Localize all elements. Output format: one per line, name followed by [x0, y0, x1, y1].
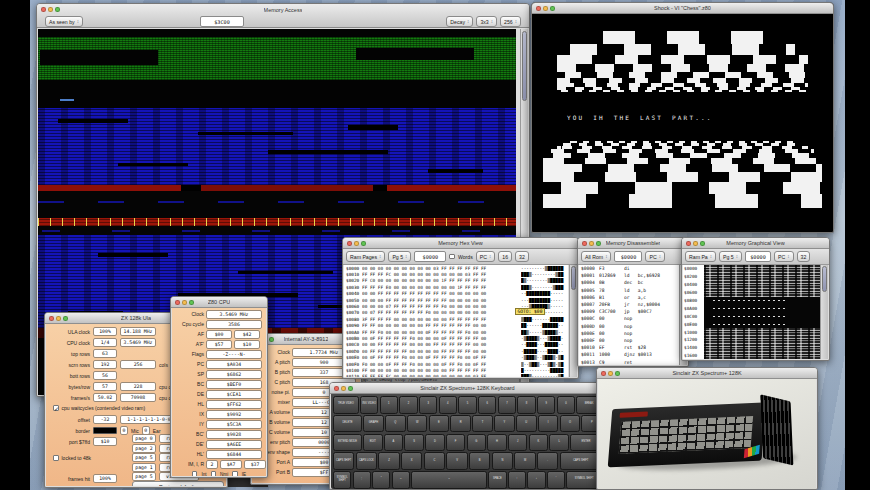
- ie-checkbox[interactable]: [232, 471, 238, 476]
- ula-value-field[interactable]: 56: [93, 371, 117, 380]
- keyboard-key[interactable]: 1: [380, 396, 398, 414]
- border-color-swatch[interactable]: [93, 427, 117, 434]
- keyboard-key[interactable]: 6: [478, 396, 496, 414]
- close-icon[interactable]: [334, 386, 339, 391]
- window-controls[interactable]: [536, 6, 555, 11]
- width-32-button[interactable]: 32: [515, 251, 529, 262]
- keyboard-key[interactable]: M: [514, 452, 535, 470]
- keyboard-key[interactable]: Q: [385, 415, 406, 433]
- offset-field[interactable]: -32: [93, 415, 117, 424]
- address-field[interactable]: $0000: [414, 251, 446, 262]
- keyboard-key[interactable]: 7: [498, 396, 516, 414]
- zoom-icon[interactable]: [596, 241, 601, 246]
- keyboard-key[interactable]: EDIT: [363, 434, 383, 452]
- keyboard-key[interactable]: A: [384, 434, 404, 452]
- keyboard-key[interactable]: V: [446, 452, 467, 470]
- keyboard-key[interactable]: ↑: [508, 471, 526, 489]
- minimize-icon[interactable]: [693, 241, 698, 246]
- hex-scrollbar[interactable]: [569, 265, 577, 377]
- close-icon[interactable]: [41, 7, 46, 12]
- window-controls[interactable]: [41, 7, 60, 12]
- keyboard-key[interactable]: DELETE: [333, 415, 362, 433]
- address-field[interactable]: $0000: [745, 251, 771, 262]
- hex-view-titlebar[interactable]: Memory Hex View: [343, 238, 578, 249]
- cpu-register-field[interactable]: $BEF0: [206, 380, 262, 389]
- disassembly-listing[interactable]: $0000F3di $0001012869ld bc,$6928 $00040B…: [579, 265, 679, 365]
- keyboard-key[interactable]: ↓: [527, 471, 545, 489]
- cpu-register-field[interactable]: $A6EE: [206, 440, 262, 449]
- keyboard-key[interactable]: N: [492, 452, 513, 470]
- cpu-register-field[interactable]: $9028: [206, 430, 262, 439]
- keyboard-key[interactable]: SYMBOL SHIFT: [333, 471, 351, 489]
- keyboard-key[interactable]: 0: [557, 396, 575, 414]
- port-7ffd-field[interactable]: $10: [93, 437, 117, 446]
- minimize-icon[interactable]: [589, 241, 594, 246]
- zoom-icon[interactable]: [348, 386, 353, 391]
- ula-value-field[interactable]: 3.5469 MHz: [120, 338, 156, 347]
- f-register-field[interactable]: $42: [234, 330, 260, 339]
- address-field[interactable]: $3C00: [200, 16, 244, 27]
- zoom-icon[interactable]: [700, 241, 705, 246]
- i-field[interactable]: $A7: [220, 460, 242, 469]
- width-16-button[interactable]: 16: [498, 251, 512, 262]
- photo-titlebar[interactable]: Sinclair ZX Spectrum+ 128K: [597, 368, 817, 379]
- words-checkbox[interactable]: [449, 254, 455, 260]
- cpu-register-field[interactable]: $CEA1: [206, 390, 262, 399]
- flags-field[interactable]: -Z----N-: [206, 350, 262, 359]
- source-popup[interactable]: Ram Pages: [346, 251, 385, 262]
- keyboard-key[interactable]: 5: [458, 396, 476, 414]
- keyboard-key[interactable]: 9: [537, 396, 555, 414]
- as-seen-by-popup[interactable]: As seen by: [45, 16, 83, 27]
- keyboard-key[interactable]: SPACE: [488, 471, 506, 489]
- ula-value-field[interactable]: 50.02: [93, 393, 117, 402]
- keyboard-key[interactable]: R: [450, 415, 471, 433]
- zoom-icon[interactable]: [361, 241, 366, 246]
- keyboard-key[interactable]: 4: [439, 396, 457, 414]
- ula-value-field[interactable]: 63: [93, 349, 117, 358]
- ula-value-field[interactable]: 70908: [120, 393, 156, 402]
- ula-value-field[interactable]: 57: [93, 382, 117, 391]
- keyboard-key[interactable]: S: [404, 434, 424, 452]
- pc-popup[interactable]: PC: [476, 251, 496, 262]
- source-popup[interactable]: Ram Pa: [685, 251, 716, 262]
- keyboard-key[interactable]: EXTEND MODE: [333, 434, 362, 452]
- zoom-icon[interactable]: [550, 6, 555, 11]
- r-field[interactable]: $37: [244, 460, 266, 469]
- keyboard-key[interactable]: J: [508, 434, 528, 452]
- a-register-field[interactable]: $00: [206, 330, 232, 339]
- minimize-icon[interactable]: [354, 241, 359, 246]
- zoom-icon[interactable]: [55, 7, 60, 12]
- locked-48k-checkbox[interactable]: [53, 455, 59, 461]
- cpu-register-field[interactable]: $FF62: [206, 400, 262, 409]
- keyboard-key[interactable]: X: [401, 452, 422, 470]
- page-popup[interactable]: Pg 5: [719, 251, 742, 262]
- source-popup[interactable]: All Rom: [581, 251, 611, 262]
- disassembler-titlebar[interactable]: Memory Disassembler: [578, 238, 688, 249]
- keyboard-key[interactable]: U: [516, 415, 537, 433]
- zoom-icon[interactable]: [615, 371, 620, 376]
- keyboard-key[interactable]: 8: [517, 396, 535, 414]
- decay-popup[interactable]: Decay: [446, 16, 473, 27]
- keyboard-key[interactable]: E: [429, 415, 450, 433]
- cpu-titlebar[interactable]: Z80 CPU: [171, 297, 267, 308]
- gfx-scrollbar[interactable]: [820, 265, 828, 359]
- keyboard-key[interactable]: →: [411, 471, 487, 489]
- keyboard-key[interactable]: W: [407, 415, 428, 433]
- address-field[interactable]: $0000: [614, 251, 642, 262]
- keyboard-titlebar[interactable]: Sinclair ZX Spectrum+ 128K Keyboard: [330, 383, 605, 394]
- minimize-icon[interactable]: [182, 300, 187, 305]
- keyboard-key[interactable]: Z: [378, 452, 399, 470]
- keyboard-key[interactable]: Y: [494, 415, 515, 433]
- a2-register-field[interactable]: $57: [206, 340, 232, 349]
- graphical-memory[interactable]: $0000 $0200 $0400 $0600 $0800: [683, 265, 820, 359]
- ula-value-field[interactable]: 100%: [93, 327, 117, 336]
- minimize-icon[interactable]: [48, 7, 53, 12]
- close-icon[interactable]: [601, 371, 606, 376]
- f2-register-field[interactable]: $10: [234, 340, 260, 349]
- keyboard-key[interactable]: G: [467, 434, 487, 452]
- ula-value-field[interactable]: 1/4: [93, 338, 117, 347]
- keyboard-key[interactable]: B: [469, 452, 490, 470]
- zoom-icon[interactable]: [63, 316, 68, 321]
- keyboard-key[interactable]: ;: [353, 471, 371, 489]
- keyboard-key[interactable]: .: [537, 452, 558, 470]
